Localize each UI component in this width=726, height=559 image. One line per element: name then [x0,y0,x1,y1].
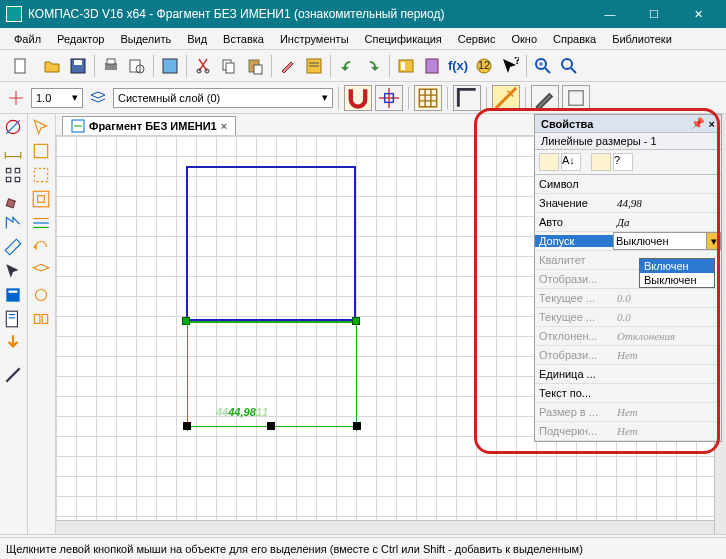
menu-insert[interactable]: Вставка [215,30,272,48]
minimize-button[interactable]: — [588,0,632,28]
tolerance-dropdown[interactable]: Выключен ▾ [613,232,721,250]
grid-button[interactable] [414,85,442,111]
frame-icon[interactable] [30,140,52,162]
arrow-tool-icon[interactable] [30,116,52,138]
edit-button[interactable] [531,85,559,111]
prop-row-dimin[interactable]: Размер в ...Нет [535,403,721,422]
cut-button[interactable] [191,54,215,78]
star-button[interactable] [492,85,520,111]
layer-sel-icon[interactable] [30,260,52,282]
spec-button[interactable] [420,54,444,78]
fx-button[interactable]: f(x) [446,54,470,78]
prop-row-underline[interactable]: Подчеркн...Нет [535,422,721,441]
preview-button[interactable] [125,54,149,78]
lasso-icon[interactable] [30,164,52,186]
prop-help-icon[interactable]: ? [613,153,633,171]
brush-button[interactable] [276,54,300,78]
menu-window[interactable]: Окно [503,30,545,48]
notation-icon[interactable] [2,164,24,186]
properties-button[interactable] [302,54,326,78]
prop-row-current1[interactable]: Текущее ...0.0 [535,289,721,308]
bytype-icon[interactable] [30,212,52,234]
prop-row-textpos[interactable]: Текст по... [535,384,721,403]
open-button[interactable] [40,54,64,78]
paste-button[interactable] [243,54,267,78]
magnet-button[interactable] [344,85,372,111]
spec-icon[interactable] [2,284,24,306]
layer-combo[interactable]: Системный слой (0)▾ [113,88,333,108]
handle-tl[interactable] [182,317,190,325]
edit-icon[interactable] [2,188,24,210]
prop-row-symbol[interactable]: Символ [535,175,721,194]
select-icon[interactable] [2,260,24,282]
prop-row-display2[interactable]: Отобрази...Нет [535,346,721,365]
ortho-button[interactable] [453,85,481,111]
prop-row-deviation[interactable]: Отклонен...Отклонения [535,327,721,346]
group-icon[interactable] [30,308,52,330]
menu-spec[interactable]: Спецификация [357,30,450,48]
prop-categorize-icon[interactable] [539,153,559,171]
panel-close-icon[interactable]: × [709,118,715,130]
new-button[interactable] [4,54,38,78]
green-edge[interactable] [186,321,356,323]
tolerance-dropdown-list[interactable]: Включен Выключен [639,258,715,288]
menu-file[interactable]: Файл [6,30,49,48]
prop-row-value[interactable]: Значение44,98 [535,194,721,213]
report-icon[interactable] [2,308,24,330]
dropdown-arrow-icon[interactable]: ▾ [706,233,720,249]
prop-filter-icon[interactable] [591,153,611,171]
dimension-text[interactable]: 4444,9811 [216,400,268,421]
vars-button[interactable]: 12 [472,54,496,78]
print-button[interactable] [99,54,123,78]
svg-rect-41 [9,291,18,293]
zoom-in-button[interactable] [531,54,555,78]
tab-close-icon[interactable]: × [221,120,227,132]
help-button[interactable]: ? [498,54,522,78]
maximize-button[interactable]: ☐ [632,0,676,28]
menu-editor[interactable]: Редактор [49,30,112,48]
menu-tools[interactable]: Инструменты [272,30,357,48]
copy-button[interactable] [217,54,241,78]
menu-libs[interactable]: Библиотеки [604,30,680,48]
prop-row-unit[interactable]: Единица ... [535,365,721,384]
menu-select[interactable]: Выделить [112,30,179,48]
snap-settings-button[interactable] [375,85,403,111]
param-icon[interactable] [2,212,24,234]
measure-icon[interactable] [2,236,24,258]
layers-button[interactable] [86,86,110,110]
svg-rect-0 [15,59,25,73]
redo-button[interactable] [361,54,385,78]
blue-rectangle[interactable] [186,166,356,321]
dropdown-option-on[interactable]: Включен [640,259,714,273]
outer-icon[interactable] [30,188,52,210]
dimension-icon[interactable] [2,140,24,162]
app-button[interactable] [158,54,182,78]
insert-icon[interactable] [2,332,24,354]
prop-sort-icon[interactable]: A↓ [561,153,581,171]
scale-combo[interactable]: 1.0▾ [31,88,83,108]
prop-row-current2[interactable]: Текущее ...0.0 [535,308,721,327]
bystyle-icon[interactable] [30,284,52,306]
dim-handle-r[interactable] [353,422,361,430]
zoom-fit-button[interactable] [557,54,581,78]
prop-row-tolerance[interactable]: Допуск Выключен ▾ [535,232,721,251]
save-button[interactable] [66,54,90,78]
dim-handle-l[interactable] [183,422,191,430]
line-icon[interactable] [2,364,24,386]
menu-view[interactable]: Вид [179,30,215,48]
dropdown-option-off[interactable]: Выключен [640,273,714,287]
horizontal-scrollbar[interactable] [56,520,714,534]
close-button[interactable]: ✕ [676,0,720,28]
snap-button[interactable] [4,86,28,110]
pin-icon[interactable]: 📌 [691,117,705,130]
undo-button[interactable] [335,54,359,78]
library-button[interactable] [394,54,418,78]
prev-icon[interactable] [30,236,52,258]
prop-row-auto[interactable]: АвтоДа [535,213,721,232]
constraint-button[interactable] [562,85,590,111]
geometry-icon[interactable] [2,116,24,138]
dim-handle-m[interactable] [267,422,275,430]
document-tab[interactable]: Фрагмент БЕЗ ИМЕНИ1 × [62,116,236,135]
menu-help[interactable]: Справка [545,30,604,48]
menu-service[interactable]: Сервис [450,30,504,48]
